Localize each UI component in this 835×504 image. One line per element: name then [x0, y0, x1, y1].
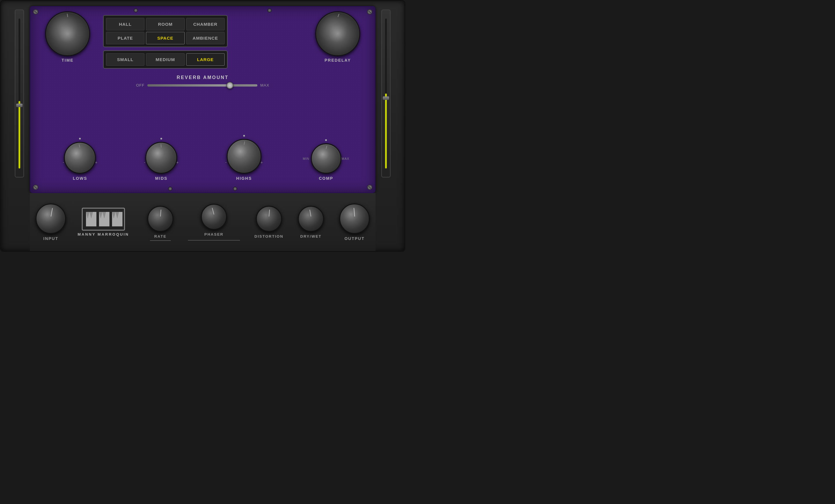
type-btn-chamber[interactable]: CHAMBER	[186, 18, 225, 31]
brand-text: MANNY MARROQUIN	[78, 232, 129, 237]
output-label: OUTPUT	[345, 236, 365, 241]
distortion-knob-wrapper: DISTORTION	[254, 206, 283, 239]
highs-minus: -	[225, 160, 227, 165]
svg-rect-15	[119, 212, 122, 226]
size-btn-small[interactable]: SMALL	[106, 53, 144, 66]
drywet-knob[interactable]	[298, 206, 324, 232]
svg-rect-10	[106, 212, 109, 226]
comp-knob-wrapper: MIN MAX COMP	[311, 139, 341, 181]
lows-minus: -	[63, 160, 64, 165]
type-btn-plate[interactable]: PLATE	[106, 32, 144, 44]
phaser-knob-wrapper: PHASER	[188, 204, 240, 241]
type-btn-room[interactable]: ROOM	[146, 18, 184, 31]
screw-tl	[33, 9, 38, 15]
distortion-label: DISTORTION	[254, 234, 283, 239]
reverb-type-grid: HALL ROOM CHAMBER PLATE SPACE AMBIENCE	[103, 15, 228, 47]
mids-indicator	[160, 138, 162, 140]
panel-screw-bottom-right	[233, 187, 237, 191]
highs-knob-wrapper: - + HIGHS	[227, 135, 261, 181]
svg-rect-5	[93, 212, 97, 226]
bottom-section: INPUT	[30, 193, 375, 251]
mids-knob-wrapper: - + MIDS	[145, 138, 177, 181]
type-btn-hall[interactable]: HALL	[106, 18, 144, 31]
reverb-amount-section: REVERB AMOUNT OFF MAX	[95, 75, 311, 87]
size-btn-large[interactable]: LARGE	[186, 53, 225, 66]
plugin-body: TIME PREDELAY HALL ROOM CHAMBER PLATE SP…	[0, 0, 405, 252]
size-btn-medium[interactable]: MEDIUM	[146, 53, 184, 66]
phaser-knob[interactable]	[201, 204, 227, 230]
comp-knob[interactable]	[311, 143, 341, 174]
lows-indicator	[79, 138, 81, 140]
type-btn-space[interactable]: SPACE	[146, 32, 184, 44]
output-section: OUTPUT	[339, 203, 370, 241]
size-grid: SMALL MEDIUM LARGE	[103, 51, 228, 68]
eq-section: - + LOWS - + MIDS -	[31, 135, 375, 181]
highs-indicator	[243, 135, 245, 137]
panel-screw-top-center-right	[267, 8, 271, 13]
time-label: TIME	[62, 58, 74, 62]
main-panel: TIME PREDELAY HALL ROOM CHAMBER PLATE SP…	[30, 6, 375, 193]
mids-plus: +	[176, 160, 179, 165]
lows-label: LOWS	[73, 176, 87, 181]
effects-knobs: RATE PHASER DISTORTION	[144, 204, 328, 241]
predelay-knob[interactable]	[315, 11, 360, 56]
screw-br	[367, 185, 372, 190]
output-knob[interactable]	[339, 203, 370, 234]
lows-knob-wrapper: - + LOWS	[64, 138, 96, 181]
predelay-knob-wrapper: PREDELAY	[315, 11, 360, 62]
comp-min: MIN	[303, 157, 309, 160]
mids-label: MIDS	[155, 176, 168, 181]
time-knob-wrapper: TIME	[45, 11, 90, 62]
comp-indicator	[325, 139, 327, 141]
distortion-knob[interactable]	[256, 206, 282, 232]
rate-knob-wrapper: RATE	[147, 206, 174, 239]
comp-label: COMP	[319, 176, 333, 181]
drywet-knob-wrapper: DRY/WET	[298, 206, 324, 239]
off-label: OFF	[136, 83, 144, 87]
highs-plus: +	[261, 160, 263, 165]
phaser-bracket	[188, 240, 240, 241]
input-knob[interactable]	[36, 203, 66, 234]
type-btn-ambience[interactable]: AMBIENCE	[186, 32, 225, 44]
logo-section: MANNY MARROQUIN	[78, 207, 129, 237]
reverb-amount-title: REVERB AMOUNT	[95, 75, 311, 80]
highs-knob[interactable]: - +	[227, 139, 261, 174]
rate-knob[interactable]	[147, 206, 174, 232]
mids-knob[interactable]: - +	[145, 142, 177, 174]
reverb-amount-slider[interactable]	[147, 84, 258, 86]
mids-minus: -	[144, 160, 145, 165]
panel-screw-bottom-left	[168, 187, 172, 191]
input-section: INPUT	[36, 203, 66, 241]
comp-max: MAX	[342, 157, 349, 160]
rate-label: RATE	[154, 234, 166, 239]
screw-tr	[367, 9, 372, 15]
highs-label: HIGHS	[236, 176, 252, 181]
drywet-label: DRY/WET	[300, 234, 321, 239]
fader-right[interactable]	[381, 9, 391, 178]
mm-logo	[82, 207, 125, 231]
phaser-label: PHASER	[204, 232, 224, 237]
max-label: MAX	[260, 83, 269, 87]
predelay-label: PREDELAY	[325, 58, 351, 62]
lows-knob[interactable]: - +	[64, 142, 96, 174]
time-knob[interactable]	[45, 11, 90, 56]
fader-left[interactable]	[15, 9, 24, 178]
input-label: INPUT	[43, 236, 59, 241]
lows-plus: +	[95, 160, 97, 165]
screw-bl	[33, 185, 38, 190]
panel-screw-top-center-left	[134, 8, 138, 13]
